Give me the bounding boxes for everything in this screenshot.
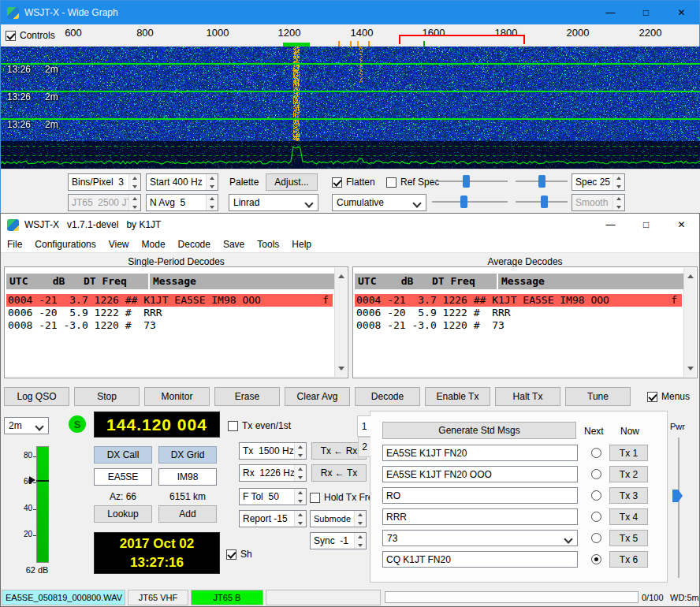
stop-button[interactable]: Stop (74, 387, 140, 406)
log-qso-button[interactable]: Log QSO (4, 387, 69, 406)
dx-call-button[interactable]: DX Call (94, 446, 152, 464)
halt-tx-button[interactable]: Halt Tx (495, 387, 560, 406)
maximize-icon[interactable]: □ (628, 1, 664, 24)
tx3-next-radio[interactable] (591, 490, 601, 501)
slider-thumb[interactable] (460, 196, 467, 208)
menu-view[interactable]: View (102, 236, 136, 253)
start-freq-spinner[interactable]: Start 400 Hz (146, 173, 218, 191)
dx-call-field[interactable]: EA5SE (94, 468, 152, 486)
decode-row[interactable]: 0004 -21 3.7 1226 ## K1JT EA5SE IM98 OOO… (355, 294, 682, 307)
tx2-next-radio[interactable] (591, 469, 601, 479)
spin-up-icon[interactable] (129, 174, 140, 182)
spin-down-icon[interactable] (613, 182, 624, 190)
sh-checkbox[interactable]: Sh (226, 548, 252, 560)
decode-row[interactable]: 0008 -21 -3.0 1220 # 73 (6, 319, 333, 332)
band-combo[interactable]: 2m (4, 417, 49, 434)
generate-std-msgs-button[interactable]: Generate Std Msgs (382, 422, 576, 439)
scroll-down-icon[interactable] (338, 367, 344, 374)
spin-down-icon[interactable] (295, 519, 306, 527)
spin-down-icon[interactable] (207, 182, 218, 190)
minimize-icon[interactable]: — (593, 1, 628, 24)
menu-tools[interactable]: Tools (251, 236, 285, 253)
spin-down-icon[interactable] (355, 519, 366, 527)
palette-combo[interactable]: Linrad (229, 194, 318, 211)
display-mode-combo[interactable]: Cumulative (332, 194, 426, 211)
decode-button[interactable]: Decode (355, 387, 420, 406)
scroll-down-icon[interactable] (687, 367, 694, 374)
spin-down-icon[interactable] (295, 497, 306, 505)
spin-up-icon[interactable] (207, 195, 218, 203)
single-period-decodes-panel[interactable]: UTC dB DT Freq Message 0004 -21 3.7 1226… (4, 266, 348, 378)
decode-row[interactable]: 0006 -20 5.9 1222 # RRR (355, 307, 682, 319)
tx3-message-field[interactable]: RO (382, 487, 578, 504)
f-tol-spinner[interactable]: F Tol 50 (239, 488, 307, 505)
report-spinner[interactable]: Report -15 (239, 510, 307, 527)
slider-thumb[interactable] (538, 175, 545, 188)
pwr-slider-thumb[interactable] (672, 490, 683, 502)
rig-status-indicator[interactable]: S (69, 415, 86, 433)
tx3-button[interactable]: Tx 3 (609, 487, 648, 504)
enable-tx-button[interactable]: Enable Tx (425, 387, 490, 406)
rx-from-tx-button[interactable]: Rx ← Tx (311, 464, 367, 482)
flatten-checkbox[interactable]: Flatten (332, 176, 375, 188)
tx4-button[interactable]: Tx 4 (609, 508, 648, 525)
bins-pixel-spinner[interactable]: Bins/Pixel 3 (68, 173, 141, 191)
scrollbar[interactable] (334, 268, 347, 377)
gain-slider[interactable] (431, 173, 508, 189)
zero-slider[interactable] (515, 173, 568, 189)
tune-button[interactable]: Tune (565, 387, 631, 406)
spin-down-icon[interactable] (295, 451, 306, 459)
menu-decode[interactable]: Decode (172, 236, 217, 253)
menu-mode[interactable]: Mode (136, 236, 172, 253)
average-decodes-panel[interactable]: UTC dB DT Freq Message 0004 -21 3.7 1226… (352, 266, 698, 378)
tx1-button[interactable]: Tx 1 (609, 445, 648, 461)
menus-checkbox[interactable]: Menus (647, 390, 690, 403)
tab-2[interactable]: 2 (358, 437, 370, 457)
spin-down-icon[interactable] (207, 203, 218, 210)
zero2-slider[interactable] (515, 194, 568, 210)
tx2-message-field[interactable]: EA5SE K1JT FN20 OOO (382, 466, 578, 482)
erase-button[interactable]: Erase (214, 387, 280, 406)
clear-avg-button[interactable]: Clear Avg (285, 387, 350, 406)
spin-up-icon[interactable] (295, 465, 306, 473)
add-button[interactable]: Add (158, 505, 217, 523)
spin-up-icon[interactable] (355, 533, 366, 541)
rx-freq-spinner[interactable]: Rx 1226 Hz (239, 464, 307, 482)
adjust-button[interactable]: Adjust... (266, 173, 318, 191)
slider-track[interactable] (432, 181, 508, 182)
tx1-message-field[interactable]: EA5SE K1JT FN20 (382, 445, 578, 461)
spin-up-icon[interactable] (295, 489, 306, 497)
spin-up-icon[interactable] (613, 174, 624, 182)
dx-grid-field[interactable]: IM98 (158, 468, 217, 486)
tx5-button[interactable]: Tx 5 (609, 530, 648, 546)
n-avg-spinner[interactable]: N Avg 5 (146, 194, 218, 211)
waterfall[interactable] (1, 47, 700, 169)
sync-spinner[interactable]: Sync -1 (310, 532, 367, 549)
menu-save[interactable]: Save (217, 236, 251, 253)
decode-row[interactable]: 0004 -21 3.7 1226 ## K1JT EA5SE IM98 OOO… (6, 294, 333, 307)
decode-row[interactable]: 0006 -20 5.9 1222 # RRR (6, 307, 333, 319)
tab-1[interactable]: 1 (357, 415, 370, 437)
spin-up-icon[interactable] (207, 174, 218, 182)
slider-track[interactable] (432, 201, 508, 203)
tx6-button[interactable]: Tx 6 (609, 551, 648, 568)
close-icon[interactable]: ✕ (664, 214, 699, 236)
tx-even-checkbox[interactable]: Tx even/1st (228, 419, 291, 432)
frequency-scale[interactable]: Controls 600 800 1000 1200 1400 1600 180… (1, 24, 700, 47)
scrollbar[interactable] (683, 268, 696, 377)
decode-row[interactable]: 0008 -21 -3.0 1220 # 73 (355, 319, 682, 332)
spin-down-icon[interactable] (129, 182, 140, 190)
lookup-button[interactable]: Lookup (94, 505, 152, 523)
tx5-message-combo[interactable]: 73 (382, 530, 578, 546)
minimize-icon[interactable]: — (593, 214, 628, 236)
menu-help[interactable]: Help (285, 236, 318, 253)
monitor-button[interactable]: Monitor (144, 387, 210, 406)
submode-spinner[interactable]: Submode B (310, 510, 367, 527)
tx2-button[interactable]: Tx 2 (609, 466, 648, 482)
controls-checkbox[interactable]: Controls (6, 29, 55, 42)
tx4-next-radio[interactable] (591, 512, 601, 522)
pwr-slider-track[interactable] (678, 438, 680, 578)
close-icon[interactable]: ✕ (664, 1, 699, 24)
spin-down-icon[interactable] (295, 473, 306, 481)
slider-thumb[interactable] (541, 196, 548, 208)
